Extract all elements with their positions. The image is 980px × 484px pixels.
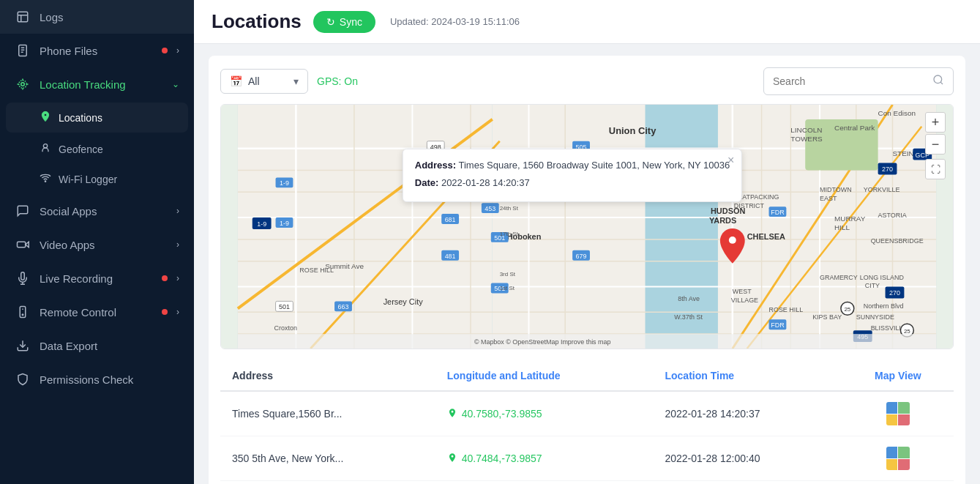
phone-files-icon	[15, 44, 31, 57]
sidebar-item-permissions-check[interactable]: Permissions Check	[0, 362, 194, 396]
col-mapview: Map View	[842, 361, 954, 391]
row1-coords-cell: 40.7580,-73.9855	[447, 408, 642, 420]
row1-coords: 40.7580,-73.9855	[435, 391, 654, 436]
sidebar-label-social-apps: Social Apps	[40, 205, 97, 217]
svg-text:SUNNYSIDE: SUNNYSIDE	[856, 313, 894, 321]
phone-files-dot	[162, 48, 168, 53]
sidebar-item-live-recording[interactable]: Live Recording ›	[0, 261, 194, 295]
map-container[interactable]: Union City LINCOLN TOWERS Central Park H…	[220, 104, 954, 349]
locations-table: Address Longitude and Latitude Location …	[220, 361, 954, 481]
row2-coords-cell: 40.7484,-73.9857	[447, 453, 642, 465]
svg-text:ROSE HILL: ROSE HILL	[769, 306, 804, 313]
sidebar-label-remote-control: Remote Control	[40, 306, 116, 319]
svg-point-14	[45, 181, 45, 182]
sidebar-item-social-apps[interactable]: Social Apps ›	[0, 194, 194, 228]
svg-text:663: 663	[338, 303, 349, 310]
video-apps-chevron: ›	[176, 239, 179, 250]
main-content: Locations ↻ Sync Updated: 2024-03-19 15:…	[194, 0, 980, 484]
tooltip-address: Address: Times Square, 1560 Broadway Sui…	[415, 158, 730, 173]
map-background: Union City LINCOLN TOWERS Central Park H…	[221, 105, 953, 349]
svg-point-7	[21, 83, 25, 86]
expand-button[interactable]: ⛶	[925, 159, 946, 179]
sidebar-item-phone-files[interactable]: Phone Files ›	[0, 34, 194, 67]
remote-control-dot	[162, 309, 168, 315]
col-coords: Longitude and Latitude	[435, 361, 654, 391]
social-apps-icon	[15, 204, 31, 217]
svg-text:YARDS: YARDS	[709, 216, 736, 225]
svg-text:ASTORIA: ASTORIA	[878, 212, 907, 219]
svg-point-13	[43, 144, 47, 148]
sidebar-item-geofence[interactable]: Geofence	[0, 134, 194, 164]
svg-text:Northern Blvd: Northern Blvd	[864, 302, 904, 310]
calendar-icon: 📅	[230, 75, 242, 87]
sidebar-item-remote-control[interactable]: Remote Control ›	[0, 295, 194, 329]
row1-mapview[interactable]	[842, 391, 954, 436]
sidebar-label-location-tracking: Location Tracking	[40, 78, 126, 91]
svg-text:270: 270	[882, 165, 893, 173]
sidebar-label-logs: Logs	[40, 11, 64, 23]
svg-text:ROSE HILL: ROSE HILL	[299, 267, 334, 274]
svg-text:YORKVILLE: YORKVILLE	[864, 186, 900, 193]
svg-text:HILL: HILL	[834, 223, 850, 231]
content-area: 📅 All ▾ GPS: On	[194, 44, 980, 484]
svg-text:17th St: 17th St	[500, 231, 519, 237]
sync-button[interactable]: ↻ Sync	[313, 11, 375, 33]
sidebar-item-data-export[interactable]: Data Export	[0, 329, 194, 362]
sidebar-label-geofence: Geofence	[59, 144, 103, 155]
svg-text:1-9: 1-9	[280, 179, 289, 187]
svg-text:MURRAY: MURRAY	[834, 215, 866, 223]
table-row[interactable]: Times Square,1560 Br... 40.7580,-73.9855…	[220, 391, 954, 436]
social-apps-chevron: ›	[176, 206, 179, 216]
row1-time: 2022-01-28 14:20:37	[653, 391, 842, 436]
col-time: Location Time	[653, 361, 842, 391]
svg-text:25: 25	[844, 306, 850, 313]
sidebar-label-permissions-check: Permissions Check	[40, 373, 133, 386]
search-box[interactable]	[763, 67, 954, 95]
row2-mapview[interactable]	[842, 436, 954, 481]
sidebar-item-wifi-logger[interactable]: Wi-Fi Logger	[0, 164, 194, 194]
zoom-out-button[interactable]: −	[925, 134, 946, 154]
svg-text:VILLAGE: VILLAGE	[731, 297, 758, 304]
svg-text:© Mapbox © OpenStreetMap Impro: © Mapbox © OpenStreetMap Improve this ma…	[474, 338, 611, 346]
search-input[interactable]	[773, 75, 927, 87]
svg-text:679: 679	[576, 253, 587, 260]
map-grid-icon-2	[886, 447, 910, 470]
filter-value: All	[248, 75, 260, 87]
svg-text:481: 481	[445, 253, 456, 260]
search-icon	[932, 74, 944, 89]
svg-point-23	[934, 75, 942, 83]
permissions-check-icon	[15, 373, 31, 386]
table-row[interactable]: 350 5th Ave, New York... 40.7484,-73.985…	[220, 436, 954, 481]
row1-mapview-icon[interactable]	[854, 402, 942, 425]
svg-text:QUEENSBRIDGE: QUEENSBRIDGE	[871, 237, 924, 245]
logs-icon	[15, 10, 31, 23]
date-filter[interactable]: 📅 All ▾	[220, 69, 308, 94]
svg-rect-15	[18, 242, 26, 247]
sidebar-item-video-apps[interactable]: Video Apps ›	[0, 228, 194, 261]
pin-icon-row1	[447, 408, 457, 420]
svg-text:FDR: FDR	[771, 209, 785, 216]
svg-text:453: 453	[485, 205, 495, 212]
sidebar-item-locations[interactable]: Locations	[6, 103, 188, 133]
row1-address: Times Square,1560 Br...	[220, 391, 435, 436]
svg-text:Croxton: Croxton	[274, 324, 297, 332]
row1-coords-value: 40.7580,-73.9855	[462, 408, 542, 420]
svg-text:24th St: 24th St	[500, 205, 519, 212]
tooltip-close-button[interactable]: ×	[727, 154, 734, 167]
zoom-in-button[interactable]: +	[925, 112, 946, 133]
map-svg: Union City LINCOLN TOWERS Central Park H…	[221, 105, 953, 349]
row2-address: 350 5th Ave, New York...	[220, 436, 435, 481]
sidebar-item-logs[interactable]: Logs	[0, 0, 194, 34]
wifi-icon	[40, 172, 51, 186]
remote-control-chevron: ›	[176, 307, 179, 317]
sidebar-label-video-apps: Video Apps	[40, 239, 95, 251]
svg-point-151	[729, 237, 736, 244]
svg-text:Central Park: Central Park	[834, 124, 875, 132]
sidebar-label-phone-files: Phone Files	[40, 45, 97, 57]
live-recording-chevron: ›	[176, 273, 179, 283]
sidebar-item-location-tracking[interactable]: Location Tracking ⌄	[0, 67, 194, 101]
svg-text:25: 25	[904, 328, 910, 335]
row2-mapview-icon[interactable]	[854, 447, 942, 470]
table-body: Times Square,1560 Br... 40.7580,-73.9855…	[220, 391, 954, 481]
tooltip-address-value: Times Square, 1560 Broadway Suite 1001, …	[459, 160, 730, 171]
